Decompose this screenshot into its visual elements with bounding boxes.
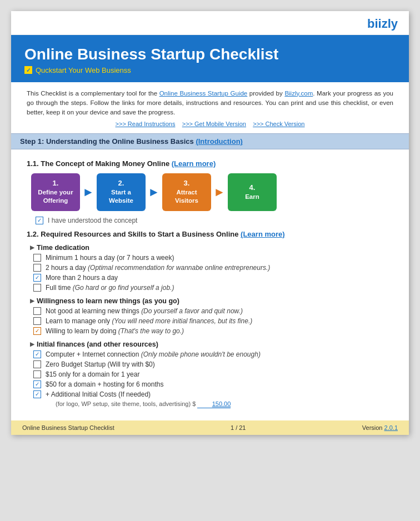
footer: Online Business Startup Checklist 1 / 21… <box>11 420 409 435</box>
subsection-time-label: Time dedication <box>37 244 89 252</box>
flow-arrow-1: ► <box>80 185 97 199</box>
page-title: Online Business Startup Checklist <box>24 45 396 64</box>
flow-box-2: 2. Start aWebsite <box>97 173 146 211</box>
step1-intro-link[interactable]: (Introduction) <box>196 137 242 146</box>
content: 1.1. The Concept of Making Money Online … <box>11 149 409 416</box>
will-cb-3[interactable]: ✓ <box>33 327 41 335</box>
triangle-icon-3: ▶ <box>30 341 34 347</box>
will-cb-2[interactable] <box>33 317 41 325</box>
time-item-3: ✓ More than 2 hours a day <box>33 274 398 282</box>
fin-item-4: ✓ $50 for a domain + hosting for 6 month… <box>33 380 398 388</box>
concept-checkbox[interactable]: ✓ <box>36 217 43 224</box>
subtitle-row: ✓ Quckstart Your Web Busienss <box>24 66 396 74</box>
fin-cb-3[interactable] <box>33 370 41 378</box>
flow-box-3: 3. AttractVisitors <box>162 173 211 211</box>
step1-header: Step 1: Understanding the Online Busines… <box>11 133 409 149</box>
additional-cost-sub: (for logo, WP setup, site theme, tools, … <box>43 400 398 408</box>
flow-arrow-3: ► <box>211 185 228 199</box>
fin-cb-5[interactable]: ✓ <box>33 390 41 398</box>
flow-diagram: 1. Define yourOffering ► 2. Start aWebsi… <box>31 173 398 211</box>
subsection-finances-label: Initial finances (and other resources) <box>37 340 158 348</box>
footer-label: Online Business Startup Checklist <box>22 424 114 431</box>
time-item-2: 2 hours a day (Optimal recommendation fo… <box>33 264 398 272</box>
footer-version-link[interactable]: 2.0.1 <box>384 424 398 431</box>
cost-value: 150.00 <box>197 400 231 408</box>
time-cb-4[interactable] <box>33 284 41 292</box>
section1-1-heading: 1.1. The Concept of Making Money Online … <box>27 159 398 168</box>
time-item-1: Minimum 1 hours a day (or 7 hours a week… <box>33 254 398 262</box>
section1-1-link[interactable]: (Learn more) <box>172 159 216 168</box>
intro-links-row: >>> Read Instructions >>> Get Mobile Ver… <box>27 119 393 129</box>
fin-item-2: Zero Budget Startup (Will try with $0) <box>33 360 398 368</box>
fin-item-5: ✓ + Additional Initial Costs (If needed) <box>33 390 398 398</box>
footer-page: 1 / 21 <box>231 424 246 431</box>
logo-text: biizly <box>367 17 398 31</box>
intro-text2: provided by <box>247 90 284 97</box>
fin-cb-4[interactable]: ✓ <box>33 380 41 388</box>
triangle-icon-2: ▶ <box>30 298 34 304</box>
subsection-finances-heading[interactable]: ▶ Initial finances (and other resources) <box>30 340 398 348</box>
subsection-time-heading[interactable]: ▶ Time dedication <box>30 244 398 252</box>
fin-cb-2[interactable] <box>33 360 41 368</box>
title-banner: Online Business Startup Checklist ✓ Quck… <box>11 35 409 82</box>
logo: biizly <box>367 17 398 31</box>
step1-title: Step 1: Understanding the Online Busines… <box>20 137 194 146</box>
intro-link2[interactable]: Biizly.com <box>284 90 313 97</box>
intro-section: This Checklist is a complementary tool f… <box>11 82 409 133</box>
fin-item-3: $15 only for a domain for 1 year <box>33 370 398 378</box>
section1-2-heading: 1.2. Required Resources and Skills to St… <box>27 230 398 238</box>
will-item-1: Not good at learning new things (Do your… <box>33 307 398 315</box>
footer-version: Version 2.0.1 <box>362 424 398 431</box>
time-item-4: Full time (Go hard or go find yourself a… <box>33 284 398 292</box>
concept-label: I have understood the concept <box>48 217 137 224</box>
section1-2-link[interactable]: (Learn more) <box>241 230 284 238</box>
will-cb-1[interactable] <box>33 307 41 315</box>
subsection-willingness-label: Willingness to learn new things (as you … <box>37 297 179 305</box>
fin-cb-1[interactable]: ✓ <box>33 350 41 358</box>
will-item-2: Learn to manage only (You will need more… <box>33 317 398 325</box>
subtitle-text: Quckstart Your Web Busienss <box>36 66 131 74</box>
flow-arrow-2: ► <box>146 185 162 199</box>
time-cb-1[interactable] <box>33 254 41 262</box>
time-cb-3[interactable]: ✓ <box>33 274 41 282</box>
will-item-3: ✓ Willing to learn by doing (That's the … <box>33 327 398 335</box>
subsection-willingness-heading[interactable]: ▶ Willingness to learn new things (as yo… <box>30 297 398 305</box>
fin-item-1: ✓ Computer + Internet connection (Only m… <box>33 350 398 358</box>
intro-link1[interactable]: Online Business Startup Guide <box>159 90 248 97</box>
flow-box-4: 4. Earn <box>228 173 277 211</box>
page: biizly Online Business Startup Checklist… <box>11 11 409 435</box>
subtitle-checkbox: ✓ <box>24 66 32 74</box>
check-version-link[interactable]: >>> Check Version <box>253 121 304 127</box>
get-mobile-link[interactable]: >>> Get Mobile Version <box>182 121 246 127</box>
header: biizly <box>11 11 409 35</box>
intro-text1: This Checklist is a complementary tool f… <box>27 90 159 97</box>
flow-box-1: 1. Define yourOffering <box>31 173 80 211</box>
read-instructions-link[interactable]: >>> Read Instructions <box>116 121 176 127</box>
triangle-icon: ▶ <box>30 244 34 251</box>
time-cb-2[interactable] <box>33 264 41 272</box>
concept-understood-row: ✓ I have understood the concept <box>36 217 398 224</box>
